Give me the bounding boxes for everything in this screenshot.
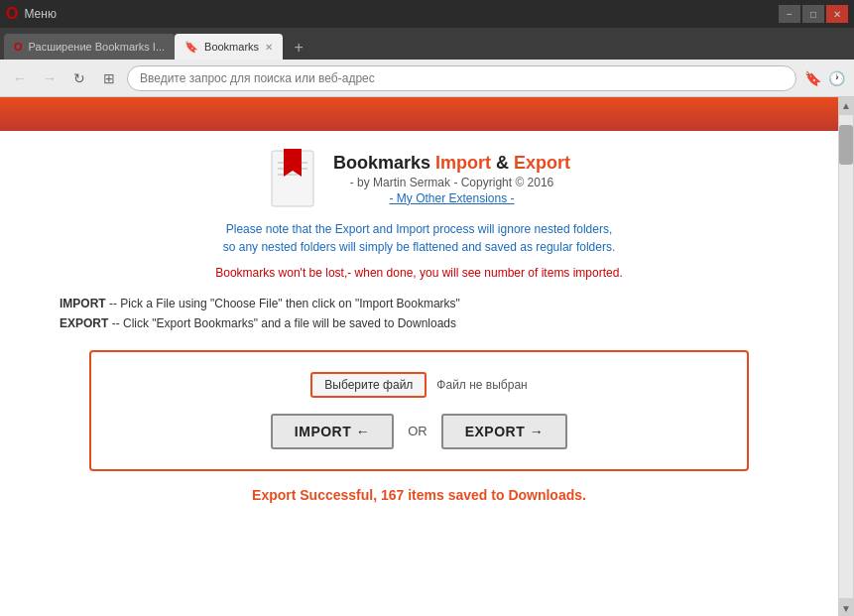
addressbar-actions: 🔖 🕐 bbox=[802, 68, 846, 88]
file-row: Выберите файл Файл не выбран bbox=[111, 372, 727, 398]
import-instruction-text: -- Pick a File using "Choose File" then … bbox=[106, 297, 460, 310]
header-titles: Bookmarks Import & Export - by Martin Se… bbox=[333, 153, 570, 205]
maximize-button[interactable]: □ bbox=[802, 5, 824, 23]
forward-button[interactable]: → bbox=[38, 66, 61, 90]
tab-extension[interactable]: O Расширение Bookmarks I... bbox=[4, 34, 175, 60]
choose-file-button[interactable]: Выберите файл bbox=[310, 372, 427, 398]
tab-extension-label: Расширение Bookmarks I... bbox=[29, 41, 165, 53]
action-box: Выберите файл Файл не выбран IMPORT ← OR… bbox=[89, 350, 749, 471]
export-instruction-text: -- Click "Export Bookmarks" and a file w… bbox=[108, 316, 456, 330]
success-message: Export Successful, 167 items saved to Do… bbox=[60, 487, 779, 503]
notice1-line1: Please note that the Export and Import p… bbox=[226, 222, 613, 236]
or-label: OR bbox=[408, 424, 427, 438]
tab-add-button[interactable]: + bbox=[287, 36, 310, 60]
tabbar: O Расширение Bookmarks I... 🔖 Bookmarks … bbox=[0, 28, 854, 60]
page-wrapper: Bookmarks Import & Export - by Martin Se… bbox=[0, 97, 838, 616]
title-import: Import bbox=[435, 153, 491, 173]
main-title: Bookmarks Import & Export bbox=[333, 153, 570, 174]
other-extensions-link[interactable]: - My Other Extensions - bbox=[333, 191, 570, 205]
scroll-down-button[interactable]: ▼ bbox=[841, 600, 851, 616]
buttons-row: IMPORT ← OR EXPORT → bbox=[111, 414, 727, 449]
import-instruction-label: IMPORT bbox=[60, 297, 106, 310]
scrollbar-track bbox=[839, 115, 853, 598]
title-part1: Bookmarks bbox=[333, 153, 435, 173]
page-content: Bookmarks Import & Export - by Martin Se… bbox=[0, 131, 838, 523]
subtitle: - by Martin Sermak - Copyright © 2016 bbox=[333, 176, 570, 189]
refresh-button[interactable]: ↻ bbox=[67, 66, 91, 90]
tab-bookmarks[interactable]: 🔖 Bookmarks ✕ bbox=[175, 34, 283, 60]
address-input[interactable] bbox=[127, 65, 796, 91]
bookmark-addr-icon[interactable]: 🔖 bbox=[802, 68, 822, 88]
tab-close-icon[interactable]: ✕ bbox=[265, 42, 273, 53]
tab-opera-icon: O bbox=[14, 41, 23, 53]
red-banner bbox=[0, 97, 838, 131]
export-button[interactable]: EXPORT → bbox=[441, 414, 567, 449]
scrollbar[interactable]: ▲ ▼ bbox=[838, 97, 854, 616]
header-section: Bookmarks Import & Export - by Martin Se… bbox=[60, 149, 779, 208]
notice1: Please note that the Export and Import p… bbox=[60, 220, 779, 256]
addressbar: ← → ↻ ⊞ 🔖 🕐 bbox=[0, 60, 854, 97]
tab-bookmarks-label: Bookmarks bbox=[204, 41, 259, 53]
file-name-display: Файл не выбран bbox=[436, 378, 527, 392]
notice2: Bookmarks won't be lost,- when done, you… bbox=[60, 264, 779, 282]
tab-bookmark-icon: 🔖 bbox=[184, 41, 198, 54]
close-button[interactable]: ✕ bbox=[826, 5, 848, 23]
scrollbar-thumb[interactable] bbox=[839, 125, 853, 165]
title-amp: & bbox=[491, 153, 514, 173]
titlebar-buttons: − □ ✕ bbox=[779, 5, 848, 23]
title-export: Export bbox=[514, 153, 570, 173]
scroll-up-button[interactable]: ▲ bbox=[841, 97, 851, 113]
browser-content: Bookmarks Import & Export - by Martin Se… bbox=[0, 97, 854, 616]
export-instruction-label: EXPORT bbox=[60, 316, 108, 330]
grid-button[interactable]: ⊞ bbox=[97, 66, 121, 90]
notice1-line2: so any nested folders will simply be fla… bbox=[223, 240, 616, 254]
clock-icon[interactable]: 🕐 bbox=[826, 68, 846, 88]
minimize-button[interactable]: − bbox=[779, 5, 800, 23]
opera-logo-icon: O bbox=[6, 5, 18, 23]
back-button[interactable]: ← bbox=[8, 66, 32, 90]
titlebar: O Меню − □ ✕ bbox=[0, 0, 854, 28]
import-button[interactable]: IMPORT ← bbox=[271, 414, 394, 449]
instructions: IMPORT -- Pick a File using "Choose File… bbox=[60, 294, 779, 334]
titlebar-text: Меню bbox=[24, 7, 773, 21]
bookmark-page-icon bbox=[268, 149, 317, 208]
